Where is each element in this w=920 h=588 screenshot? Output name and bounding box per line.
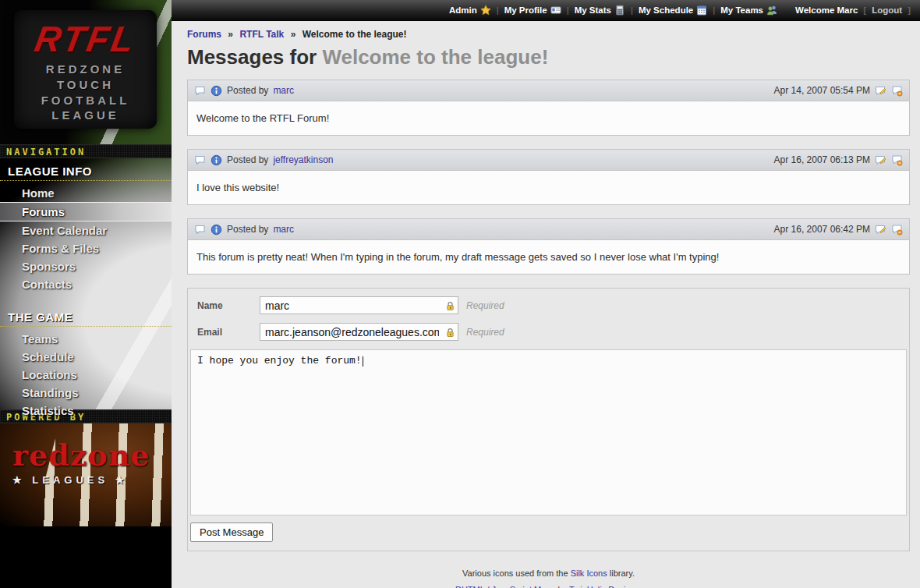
post-date: Apr 14, 2007 05:54 PM	[774, 85, 870, 96]
message-post: Posted by marc Apr 16, 2007 06:42 PM Thi…	[187, 218, 910, 275]
sidebar-item-forums[interactable]: Forums	[0, 202, 172, 221]
redzone-wordmark: redzone	[12, 437, 150, 473]
message-post: Posted by marc Apr 14, 2007 05:54 PM Wel…	[187, 80, 910, 136]
welcome-user-label: Welcome Marc	[795, 5, 858, 15]
name-input[interactable]	[260, 296, 458, 314]
topbar-separator: |	[497, 5, 499, 15]
post-date: Apr 16, 2007 06:13 PM	[774, 154, 870, 165]
page-footer: Various icons used from the Silk Icons l…	[187, 569, 910, 588]
author-link[interactable]: marc	[273, 224, 294, 235]
footer-credit-icons: Various icons used from the Silk Icons l…	[187, 569, 910, 578]
info-icon[interactable]	[211, 154, 222, 166]
email-row: Email Required	[197, 323, 907, 341]
topbar-separator: |	[713, 5, 715, 15]
delete-comment-icon[interactable]	[891, 85, 903, 97]
edit-comment-icon[interactable]	[875, 85, 886, 97]
topbar-separator: |	[631, 5, 633, 15]
message-draft-text: I hope you enjoy the forum!	[197, 355, 362, 367]
my-profile-label: My Profile	[504, 5, 547, 15]
breadcrumb-separator: »	[228, 29, 233, 40]
info-icon[interactable]	[211, 85, 222, 97]
my-stats-link[interactable]: My Stats	[575, 5, 625, 16]
breadcrumb-forums[interactable]: Forums	[187, 29, 221, 40]
rtfl-logo: RTFL REDZONE TOUCH FOOTBALL LEAGUE	[14, 10, 157, 129]
my-schedule-label: My Schedule	[639, 5, 693, 15]
league-logo-area: RTFL REDZONE TOUCH FOOTBALL LEAGUE	[0, 0, 172, 144]
sidebar-item-home[interactable]: Home	[0, 184, 172, 202]
posted-by-label: Posted by	[227, 154, 268, 165]
admin-link[interactable]: Admin	[449, 5, 491, 16]
sidebar-item-schedule[interactable]: Schedule	[0, 348, 172, 366]
footer-text: .	[639, 585, 642, 588]
logo-line: FOOTBALL	[14, 93, 157, 108]
author-link[interactable]: jeffreyatkinson	[273, 154, 333, 165]
message-header: Posted by marc Apr 14, 2007 05:54 PM	[188, 80, 909, 101]
dhtml-menu-link[interactable]: DHTML / JavaScript Menu	[455, 585, 556, 588]
logo-line: TOUCH	[14, 77, 157, 93]
message-header: Posted by marc Apr 16, 2007 06:42 PM	[188, 219, 909, 240]
star-icon	[480, 5, 491, 16]
sidebar-nav: LEAGUE INFO Home Forums Event Calendar F…	[0, 158, 172, 409]
text-cursor	[363, 356, 363, 367]
posted-by-label: Posted by	[227, 85, 268, 96]
breadcrumb-separator: »	[291, 29, 296, 40]
message-body: Welcome to the RTFL Forum!	[188, 101, 909, 135]
my-schedule-link[interactable]: My Schedule	[639, 5, 707, 16]
sidebar-item-contacts[interactable]: Contacts	[0, 275, 172, 293]
logout-bracket: [	[863, 5, 866, 15]
delete-comment-icon[interactable]	[891, 224, 903, 236]
edit-comment-icon[interactable]	[875, 224, 886, 236]
delete-comment-icon[interactable]	[891, 154, 903, 166]
post-message-form: Name Required Email Required I hope you …	[187, 288, 910, 551]
comment-icon	[194, 224, 206, 236]
post-date: Apr 16, 2007 06:42 PM	[774, 224, 870, 235]
breadcrumb-rtfl-talk[interactable]: RTFL Talk	[239, 29, 284, 40]
redzone-leagues-logo[interactable]: redzone ★ LEAGUES ★	[12, 437, 150, 486]
footer-text: Various icons used from the	[462, 569, 571, 578]
message-body: This forum is pretty neat! When I'm typi…	[188, 240, 909, 274]
message-header: Posted by jeffreyatkinson Apr 16, 2007 0…	[188, 150, 909, 171]
my-teams-link[interactable]: My Teams	[720, 5, 777, 16]
edit-comment-icon[interactable]	[875, 154, 886, 166]
topbar: Admin | My Profile | My Stats | My Sched…	[172, 0, 920, 21]
sidebar-item-event-calendar[interactable]: Event Calendar	[0, 221, 172, 239]
author-link[interactable]: marc	[273, 85, 294, 96]
message-body: I love this website!	[188, 171, 909, 204]
redzone-leagues-logo-area: redzone ★ LEAGUES ★	[0, 423, 172, 526]
message-textarea[interactable]: I hope you enjoy the forum!	[190, 349, 907, 515]
info-icon[interactable]	[211, 224, 222, 236]
page-title-topic: Welcome to the league!	[322, 45, 548, 69]
rtfl-logo-acronym: RTFL	[10, 18, 161, 60]
sidebar-item-standings[interactable]: Standings	[0, 384, 172, 402]
twinhelix-link[interactable]: TwinHelix Designs	[569, 585, 639, 588]
name-label: Name	[197, 300, 260, 311]
name-row: Name Required	[197, 296, 907, 314]
breadcrumb: Forums » RTFL Talk » Welcome to the leag…	[187, 29, 910, 40]
sidebar-item-statistics[interactable]: Statistics	[0, 402, 172, 420]
sidebar-item-teams[interactable]: Teams	[0, 330, 172, 348]
section-title-league-info: LEAGUE INFO	[0, 158, 172, 181]
name-input-wrap	[260, 296, 458, 314]
logout-link[interactable]: Logout	[872, 5, 902, 15]
main-content: Forums » RTFL Talk » Welcome to the leag…	[172, 21, 920, 588]
page-title-prefix: Messages for	[187, 45, 322, 69]
post-message-button[interactable]: Post Message	[190, 522, 273, 542]
lock-icon	[445, 300, 455, 310]
topbar-separator: |	[567, 5, 569, 15]
section-league-info: LEAGUE INFO Home Forums Event Calendar F…	[0, 158, 172, 293]
my-profile-link[interactable]: My Profile	[504, 5, 561, 16]
silk-icons-link[interactable]: Silk Icons	[571, 569, 607, 578]
email-input-wrap	[260, 323, 458, 341]
admin-label: Admin	[449, 5, 477, 15]
my-teams-label: My Teams	[720, 5, 763, 15]
logo-line: LEAGUE	[14, 108, 157, 123]
comment-icon	[194, 85, 206, 97]
sidebar-item-locations[interactable]: Locations	[0, 366, 172, 384]
email-required-label: Required	[466, 327, 504, 338]
sidebar-item-sponsors[interactable]: Sponsors	[0, 257, 172, 275]
vcard-icon	[550, 5, 561, 16]
email-input[interactable]	[260, 323, 458, 341]
footer-text: by	[556, 585, 570, 588]
sidebar-item-forms-files[interactable]: Forms & Files	[0, 239, 172, 257]
message-post: Posted by jeffreyatkinson Apr 16, 2007 0…	[187, 149, 910, 205]
